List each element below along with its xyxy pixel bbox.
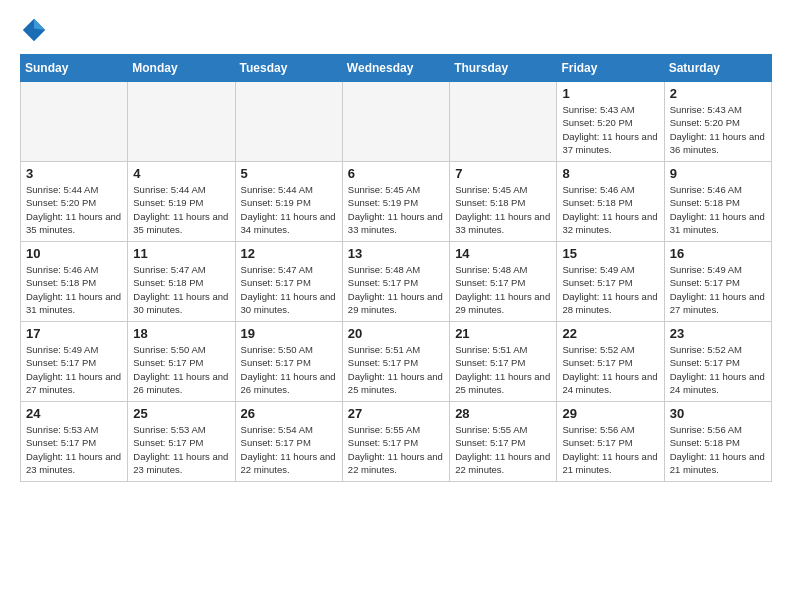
day-number: 16 <box>670 246 766 261</box>
day-number: 13 <box>348 246 444 261</box>
day-cell: 28Sunrise: 5:55 AMSunset: 5:17 PMDayligh… <box>450 402 557 482</box>
day-info: Sunrise: 5:50 AMSunset: 5:17 PMDaylight:… <box>133 343 229 396</box>
day-number: 9 <box>670 166 766 181</box>
day-number: 29 <box>562 406 658 421</box>
day-info: Sunrise: 5:46 AMSunset: 5:18 PMDaylight:… <box>670 183 766 236</box>
weekday-saturday: Saturday <box>664 55 771 82</box>
day-info: Sunrise: 5:47 AMSunset: 5:17 PMDaylight:… <box>241 263 337 316</box>
day-cell <box>21 82 128 162</box>
day-number: 18 <box>133 326 229 341</box>
day-info: Sunrise: 5:44 AMSunset: 5:19 PMDaylight:… <box>133 183 229 236</box>
day-number: 6 <box>348 166 444 181</box>
day-number: 2 <box>670 86 766 101</box>
day-number: 25 <box>133 406 229 421</box>
weekday-monday: Monday <box>128 55 235 82</box>
day-number: 1 <box>562 86 658 101</box>
day-cell: 14Sunrise: 5:48 AMSunset: 5:17 PMDayligh… <box>450 242 557 322</box>
weekday-thursday: Thursday <box>450 55 557 82</box>
day-number: 21 <box>455 326 551 341</box>
day-cell: 21Sunrise: 5:51 AMSunset: 5:17 PMDayligh… <box>450 322 557 402</box>
day-number: 5 <box>241 166 337 181</box>
day-number: 27 <box>348 406 444 421</box>
logo <box>20 16 52 44</box>
day-cell: 30Sunrise: 5:56 AMSunset: 5:18 PMDayligh… <box>664 402 771 482</box>
day-cell: 3Sunrise: 5:44 AMSunset: 5:20 PMDaylight… <box>21 162 128 242</box>
day-cell: 9Sunrise: 5:46 AMSunset: 5:18 PMDaylight… <box>664 162 771 242</box>
day-info: Sunrise: 5:47 AMSunset: 5:18 PMDaylight:… <box>133 263 229 316</box>
day-info: Sunrise: 5:44 AMSunset: 5:19 PMDaylight:… <box>241 183 337 236</box>
week-row-4: 24Sunrise: 5:53 AMSunset: 5:17 PMDayligh… <box>21 402 772 482</box>
week-row-3: 17Sunrise: 5:49 AMSunset: 5:17 PMDayligh… <box>21 322 772 402</box>
day-cell: 22Sunrise: 5:52 AMSunset: 5:17 PMDayligh… <box>557 322 664 402</box>
day-cell <box>342 82 449 162</box>
day-cell: 25Sunrise: 5:53 AMSunset: 5:17 PMDayligh… <box>128 402 235 482</box>
day-number: 4 <box>133 166 229 181</box>
day-cell: 4Sunrise: 5:44 AMSunset: 5:19 PMDaylight… <box>128 162 235 242</box>
day-number: 22 <box>562 326 658 341</box>
day-cell: 19Sunrise: 5:50 AMSunset: 5:17 PMDayligh… <box>235 322 342 402</box>
day-cell: 16Sunrise: 5:49 AMSunset: 5:17 PMDayligh… <box>664 242 771 322</box>
day-info: Sunrise: 5:53 AMSunset: 5:17 PMDaylight:… <box>133 423 229 476</box>
day-number: 11 <box>133 246 229 261</box>
svg-marker-1 <box>34 19 45 30</box>
day-cell: 23Sunrise: 5:52 AMSunset: 5:17 PMDayligh… <box>664 322 771 402</box>
day-cell: 13Sunrise: 5:48 AMSunset: 5:17 PMDayligh… <box>342 242 449 322</box>
day-cell: 10Sunrise: 5:46 AMSunset: 5:18 PMDayligh… <box>21 242 128 322</box>
day-number: 3 <box>26 166 122 181</box>
day-info: Sunrise: 5:53 AMSunset: 5:17 PMDaylight:… <box>26 423 122 476</box>
day-info: Sunrise: 5:46 AMSunset: 5:18 PMDaylight:… <box>26 263 122 316</box>
day-cell: 5Sunrise: 5:44 AMSunset: 5:19 PMDaylight… <box>235 162 342 242</box>
day-info: Sunrise: 5:49 AMSunset: 5:17 PMDaylight:… <box>26 343 122 396</box>
day-number: 8 <box>562 166 658 181</box>
day-info: Sunrise: 5:56 AMSunset: 5:17 PMDaylight:… <box>562 423 658 476</box>
weekday-header-row: SundayMondayTuesdayWednesdayThursdayFrid… <box>21 55 772 82</box>
day-cell <box>128 82 235 162</box>
day-number: 24 <box>26 406 122 421</box>
week-row-0: 1Sunrise: 5:43 AMSunset: 5:20 PMDaylight… <box>21 82 772 162</box>
weekday-tuesday: Tuesday <box>235 55 342 82</box>
day-info: Sunrise: 5:45 AMSunset: 5:19 PMDaylight:… <box>348 183 444 236</box>
day-cell: 11Sunrise: 5:47 AMSunset: 5:18 PMDayligh… <box>128 242 235 322</box>
day-info: Sunrise: 5:52 AMSunset: 5:17 PMDaylight:… <box>562 343 658 396</box>
day-info: Sunrise: 5:56 AMSunset: 5:18 PMDaylight:… <box>670 423 766 476</box>
day-info: Sunrise: 5:43 AMSunset: 5:20 PMDaylight:… <box>670 103 766 156</box>
logo-icon <box>20 16 48 44</box>
day-number: 12 <box>241 246 337 261</box>
day-info: Sunrise: 5:55 AMSunset: 5:17 PMDaylight:… <box>455 423 551 476</box>
day-cell: 27Sunrise: 5:55 AMSunset: 5:17 PMDayligh… <box>342 402 449 482</box>
day-cell: 20Sunrise: 5:51 AMSunset: 5:17 PMDayligh… <box>342 322 449 402</box>
day-number: 28 <box>455 406 551 421</box>
day-cell: 2Sunrise: 5:43 AMSunset: 5:20 PMDaylight… <box>664 82 771 162</box>
day-info: Sunrise: 5:48 AMSunset: 5:17 PMDaylight:… <box>455 263 551 316</box>
day-number: 14 <box>455 246 551 261</box>
day-cell: 15Sunrise: 5:49 AMSunset: 5:17 PMDayligh… <box>557 242 664 322</box>
calendar-table: SundayMondayTuesdayWednesdayThursdayFrid… <box>20 54 772 482</box>
day-info: Sunrise: 5:48 AMSunset: 5:17 PMDaylight:… <box>348 263 444 316</box>
day-info: Sunrise: 5:46 AMSunset: 5:18 PMDaylight:… <box>562 183 658 236</box>
day-number: 23 <box>670 326 766 341</box>
day-cell: 1Sunrise: 5:43 AMSunset: 5:20 PMDaylight… <box>557 82 664 162</box>
day-cell: 7Sunrise: 5:45 AMSunset: 5:18 PMDaylight… <box>450 162 557 242</box>
day-cell: 18Sunrise: 5:50 AMSunset: 5:17 PMDayligh… <box>128 322 235 402</box>
day-number: 17 <box>26 326 122 341</box>
day-cell: 17Sunrise: 5:49 AMSunset: 5:17 PMDayligh… <box>21 322 128 402</box>
header <box>20 16 772 44</box>
weekday-wednesday: Wednesday <box>342 55 449 82</box>
day-cell <box>450 82 557 162</box>
day-cell: 12Sunrise: 5:47 AMSunset: 5:17 PMDayligh… <box>235 242 342 322</box>
day-info: Sunrise: 5:43 AMSunset: 5:20 PMDaylight:… <box>562 103 658 156</box>
weekday-friday: Friday <box>557 55 664 82</box>
day-info: Sunrise: 5:44 AMSunset: 5:20 PMDaylight:… <box>26 183 122 236</box>
page: SundayMondayTuesdayWednesdayThursdayFrid… <box>0 0 792 498</box>
week-row-2: 10Sunrise: 5:46 AMSunset: 5:18 PMDayligh… <box>21 242 772 322</box>
weekday-sunday: Sunday <box>21 55 128 82</box>
day-cell: 26Sunrise: 5:54 AMSunset: 5:17 PMDayligh… <box>235 402 342 482</box>
day-cell <box>235 82 342 162</box>
day-number: 15 <box>562 246 658 261</box>
day-cell: 8Sunrise: 5:46 AMSunset: 5:18 PMDaylight… <box>557 162 664 242</box>
day-cell: 6Sunrise: 5:45 AMSunset: 5:19 PMDaylight… <box>342 162 449 242</box>
week-row-1: 3Sunrise: 5:44 AMSunset: 5:20 PMDaylight… <box>21 162 772 242</box>
day-info: Sunrise: 5:51 AMSunset: 5:17 PMDaylight:… <box>348 343 444 396</box>
day-info: Sunrise: 5:52 AMSunset: 5:17 PMDaylight:… <box>670 343 766 396</box>
day-info: Sunrise: 5:45 AMSunset: 5:18 PMDaylight:… <box>455 183 551 236</box>
